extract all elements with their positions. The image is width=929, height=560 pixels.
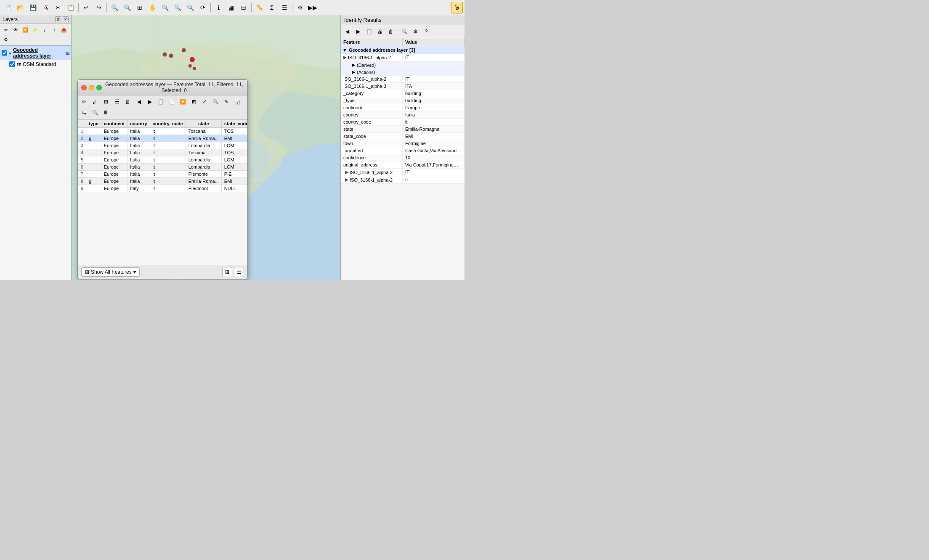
edit2-btn[interactable]: 🖊 xyxy=(90,97,100,107)
th-continent[interactable]: continent xyxy=(101,120,127,128)
undo-btn[interactable]: ↩ xyxy=(80,2,92,13)
refresh-btn[interactable]: ⟳ xyxy=(197,2,209,13)
paste-btn[interactable]: 📋 xyxy=(65,2,77,13)
zoom-select-btn[interactable]: 🔍 xyxy=(184,2,196,13)
table-row[interactable]: 9 Europe Italy it Piedmont NULL NULL xyxy=(78,185,248,192)
id-fwd-btn[interactable]: ▶ xyxy=(353,26,363,37)
th-type[interactable]: type xyxy=(86,120,101,128)
plugins-btn[interactable]: ⚙ xyxy=(294,2,306,13)
th-sc[interactable]: state_code xyxy=(221,120,247,128)
layer-checkbox-osm[interactable] xyxy=(9,61,15,67)
row-view-btn[interactable]: ☰ xyxy=(234,267,244,277)
paste-tbl-btn[interactable]: 📄 xyxy=(167,97,177,107)
id-data-row[interactable]: country Italia xyxy=(341,111,464,119)
del-btn[interactable]: 🗑 xyxy=(123,97,133,107)
id-data-row[interactable]: _category building xyxy=(341,90,464,97)
redo-btn[interactable]: ↪ xyxy=(93,2,105,13)
map-area[interactable]: Geocoded addresses layer — Features Tota… xyxy=(72,15,340,280)
id-data-row[interactable]: continent Europe xyxy=(341,104,464,111)
maximize-btn[interactable] xyxy=(96,85,102,90)
id-data-row[interactable]: formatted Casa Gatta,Via Alessandro Copp… xyxy=(341,147,464,154)
expr-btn[interactable]: 📊 xyxy=(232,97,242,107)
table-row[interactable]: 4 Europe Italia it Toscana TOS San G xyxy=(78,149,248,156)
zoom-out-btn[interactable]: 🔍 xyxy=(121,2,133,13)
id-help-btn[interactable]: ? xyxy=(421,26,431,37)
save-btn[interactable]: 💾 xyxy=(27,2,39,13)
id-expand-row[interactable]: ▶ ISO_3166-1_alpha-2 IT xyxy=(341,176,464,184)
zoom-full-btn[interactable]: ⊞ xyxy=(134,2,146,13)
export-btn[interactable]: 📤 xyxy=(59,25,69,34)
layer-checkbox-geocoded[interactable] xyxy=(2,50,7,56)
statistics-btn[interactable]: Σ xyxy=(266,2,278,13)
field-calc-btn[interactable]: 🖩 xyxy=(101,108,111,118)
zoom-in-btn[interactable]: 🔍 xyxy=(109,2,120,13)
th-country[interactable]: country xyxy=(127,120,150,128)
deselect-tbl-btn[interactable]: 🔍 xyxy=(90,108,100,118)
id-clear-btn[interactable]: 🗑 xyxy=(386,26,396,37)
deselect-btn[interactable]: ⊟ xyxy=(238,2,250,13)
id-data-row[interactable]: ISO_3166-1_alpha-2 IT xyxy=(341,76,464,83)
layer-item-geocoded[interactable]: ● Geocoded addresses layer ⊞ xyxy=(0,46,71,60)
table-row[interactable]: 3 Europe Italia it Lombardia LOM Galla xyxy=(78,142,248,149)
id-actions-row[interactable]: ▶ (Actions) xyxy=(341,69,464,76)
close-btn[interactable] xyxy=(81,85,87,90)
id-data-row[interactable]: state_code EMI xyxy=(341,133,464,140)
open-layer-btn[interactable]: 👁 xyxy=(11,25,20,34)
select-btn[interactable]: ▦ xyxy=(225,2,237,13)
id-data-row[interactable]: state Emilia-Romagna xyxy=(341,126,464,133)
id-print-btn[interactable]: 🖨 xyxy=(375,26,385,37)
row-btn[interactable]: ☰ xyxy=(112,97,122,107)
zoom-sel-btn[interactable]: 🔍 xyxy=(210,97,220,107)
table-row[interactable]: 5 Europe Italia it Lombardia LOM Galla xyxy=(78,156,248,164)
layer-item-osm[interactable]: 🗺 OSM Standard xyxy=(0,60,71,69)
filter-tbl-btn[interactable]: 🔽 xyxy=(178,97,188,107)
id-data-row[interactable]: ISO_3166-1_alpha-3 ITA xyxy=(341,83,464,90)
filter2-btn[interactable]: ⚡ xyxy=(30,25,40,34)
show-all-features-btn[interactable]: ⊞ Show All Features ▾ xyxy=(81,267,140,277)
cut-btn[interactable]: ✂ xyxy=(52,2,64,13)
zoom-layer-btn[interactable]: 🔍 xyxy=(172,2,183,13)
identify-btn[interactable]: ℹ xyxy=(212,2,224,13)
fwd-btn[interactable]: ▶ xyxy=(145,97,155,107)
zoom-extent-btn[interactable]: 🔍 xyxy=(159,2,171,13)
col-view-btn[interactable]: ⊞ xyxy=(222,267,232,277)
table-row[interactable]: 7 Europe Italia it Piemonte PIE Niche xyxy=(78,171,248,178)
id-data-row[interactable]: country_code it xyxy=(341,119,464,126)
id-back-btn[interactable]: ◀ xyxy=(342,26,352,37)
id-data-row[interactable]: _type building xyxy=(341,97,464,104)
pan-btn[interactable]: ✋ xyxy=(146,2,158,13)
table-row[interactable]: 8 g Europe Italia it Emilia-Roma... EMI … xyxy=(78,178,248,185)
attr-table-btn[interactable]: ☰ xyxy=(279,2,290,13)
float-btn[interactable]: ⧉ xyxy=(55,16,61,22)
copy-btn[interactable]: 📋 xyxy=(156,97,166,107)
open-btn[interactable]: 📂 xyxy=(14,2,26,13)
settings-btn[interactable]: ⚙ xyxy=(1,35,11,44)
table-row[interactable]: 1 Europe Italia it Toscana TOS Casc xyxy=(78,128,248,135)
table-row[interactable]: 2 g Europe Italia it Emilia-Roma... EMI … xyxy=(78,135,248,142)
id-copy-btn[interactable]: 📋 xyxy=(364,26,374,37)
cond-btn[interactable]: ◩ xyxy=(188,97,199,107)
th-cc[interactable]: country_code xyxy=(150,120,186,128)
edit-btn[interactable]: ✏ xyxy=(79,97,89,107)
down-btn[interactable]: ↓ xyxy=(40,25,49,34)
filter-btn[interactable]: 🔽 xyxy=(21,25,30,34)
close-panel-btn[interactable]: ✕ xyxy=(63,16,69,22)
table-btn[interactable]: ⊞ xyxy=(101,97,111,107)
id-iso-row[interactable]: ▶ ISO_3166-1_alpha-2 IT xyxy=(341,54,464,61)
attr-table-container[interactable]: type continent country country_code stat… xyxy=(78,119,247,265)
new-project-btn[interactable]: 📄 xyxy=(2,2,13,13)
id-data-row[interactable]: town Formigine xyxy=(341,140,464,147)
id-data-row[interactable]: original_address Via Coppi,17,Formigine,… xyxy=(341,161,464,169)
id-expand-row[interactable]: ▶ ISO_3166-1_alpha-2 IT xyxy=(341,169,464,176)
back-btn[interactable]: ◀ xyxy=(134,97,144,107)
up-btn[interactable]: ↑ xyxy=(50,25,59,34)
measure-btn[interactable]: 📏 xyxy=(253,2,265,13)
move-btn[interactable]: ⤢ xyxy=(199,97,210,107)
id-data-row[interactable]: confidence 10 xyxy=(341,154,464,161)
th-state[interactable]: state xyxy=(186,120,221,128)
id-settings-btn[interactable]: ⚙ xyxy=(410,26,420,37)
id-zoom-btn[interactable]: 🔍 xyxy=(399,26,409,37)
cursor-btn[interactable]: 🖱 xyxy=(451,2,463,13)
id-derived-row[interactable]: ▶ (Derived) xyxy=(341,61,464,69)
more-btn[interactable]: ▶▶ xyxy=(307,2,319,13)
